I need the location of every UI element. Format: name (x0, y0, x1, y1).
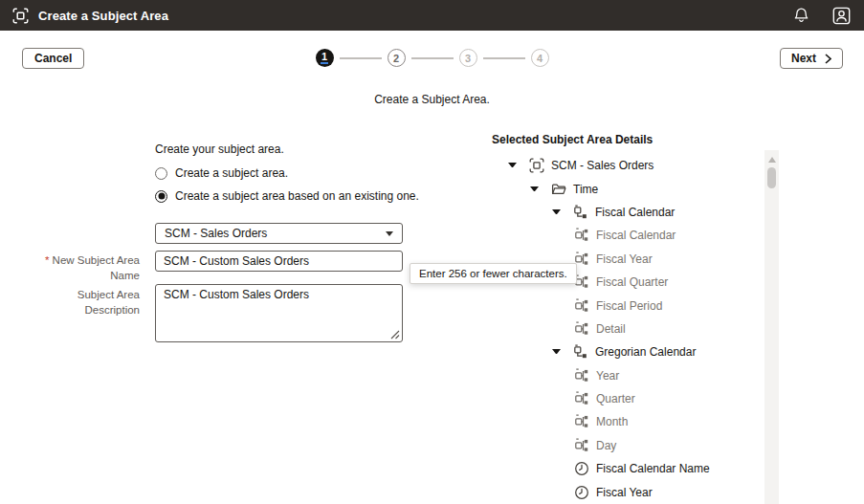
tree-item[interactable]: Fiscal Period (0, 294, 761, 317)
scrollbar-up-arrow-icon[interactable] (768, 157, 776, 163)
step-number: 1 (321, 52, 328, 65)
tree-item[interactable]: Year (0, 364, 761, 387)
tree-item-label: Year (596, 369, 619, 383)
step-number: 2 (393, 53, 399, 64)
tree-item[interactable]: Month (0, 410, 761, 433)
step-connector (411, 57, 454, 59)
cancel-button[interactable]: Cancel (22, 48, 84, 69)
step-connector (483, 57, 525, 59)
subject-area-icon (12, 8, 29, 24)
step-number: 4 (537, 53, 543, 64)
tree-item[interactable]: Fiscal Year (0, 480, 761, 503)
subject-area-icon (529, 158, 544, 173)
tree-item[interactable]: Fiscal Quarter (0, 271, 761, 294)
tree-item-label: Fiscal Calendar (596, 229, 676, 242)
caret-down-icon[interactable] (552, 209, 561, 215)
tree-item[interactable]: Quarter (0, 387, 761, 410)
tree-item-label: Fiscal Year (596, 486, 653, 499)
tree-item-label: Fiscal Quarter (596, 275, 668, 289)
user-avatar-icon[interactable] (831, 6, 852, 26)
notifications-bell-icon[interactable] (793, 7, 809, 24)
tree-item-label: Fiscal Period (596, 299, 662, 313)
level-icon (574, 438, 589, 453)
tree-item-label: Time (573, 183, 598, 196)
caret-down-icon[interactable] (552, 349, 561, 355)
wizard-step-2[interactable]: 2 (388, 49, 406, 67)
step-number: 3 (465, 53, 471, 64)
hierarchy-icon (573, 205, 588, 220)
next-button-label: Next (791, 52, 816, 65)
tree-item-label: Quarter (596, 392, 635, 405)
character-limit-tooltip: Enter 256 or fewer characters. (410, 263, 577, 284)
tree-item-label: Fiscal Calendar Name (596, 462, 710, 475)
tree-panel-title: Selected Subject Area Details (492, 133, 653, 146)
clock-icon (574, 461, 589, 476)
next-button[interactable]: Next (780, 48, 843, 69)
tree-item-label: Month (596, 415, 628, 428)
level-icon (574, 368, 589, 383)
tree-item[interactable]: Fiscal Calendar (0, 201, 761, 224)
caret-down-icon[interactable] (508, 163, 517, 168)
window-titlebar: Create a Subject Area (0, 0, 864, 31)
level-icon (574, 391, 589, 406)
tree-item[interactable]: Fiscal Calendar (0, 224, 761, 247)
tree-item[interactable]: Fiscal Calendar Name (0, 457, 761, 480)
level-icon (574, 321, 589, 337)
scrollbar-thumb[interactable] (767, 167, 776, 188)
chevron-right-icon (825, 54, 831, 64)
tree-item-label: Detail (596, 322, 626, 336)
tree-item-label: Fiscal Year (596, 252, 653, 266)
wizard-subtitle: Create a Subject Area. (0, 93, 864, 106)
tree-item-label: Fiscal Calendar (595, 206, 675, 219)
step-connector (340, 57, 382, 59)
wizard-step-4[interactable]: 4 (531, 49, 549, 67)
wizard-step-1[interactable]: 1 (316, 49, 334, 67)
folder-icon (551, 182, 566, 197)
tree-item[interactable]: SCM - Sales Orders (0, 154, 761, 177)
titlebar-actions (793, 6, 852, 26)
level-icon (574, 414, 589, 429)
window-title: Create a Subject Area (38, 9, 168, 23)
tree-item[interactable]: Fiscal Year (0, 248, 761, 271)
wizard-stepper: 1 2 3 4 (316, 49, 549, 67)
subject-area-tree: SCM - Sales OrdersTimeFiscal CalendarFis… (0, 154, 761, 504)
tree-item[interactable]: Gregorian Calendar (0, 340, 761, 363)
hierarchy-icon (573, 344, 588, 360)
tree-item[interactable]: Day (0, 434, 761, 457)
level-icon (574, 228, 589, 243)
tree-item-label: SCM - Sales Orders (551, 159, 654, 172)
tree-item-label: Gregorian Calendar (595, 345, 696, 359)
tree-scrollbar[interactable] (764, 150, 779, 504)
tree-item[interactable]: Time (0, 177, 761, 200)
level-icon (574, 298, 589, 314)
wizard-step-3[interactable]: 3 (459, 49, 477, 67)
tree-item-label: Day (596, 439, 616, 452)
clock-icon (574, 485, 589, 500)
tree-item[interactable]: Detail (0, 318, 761, 340)
caret-down-icon[interactable] (530, 186, 539, 192)
